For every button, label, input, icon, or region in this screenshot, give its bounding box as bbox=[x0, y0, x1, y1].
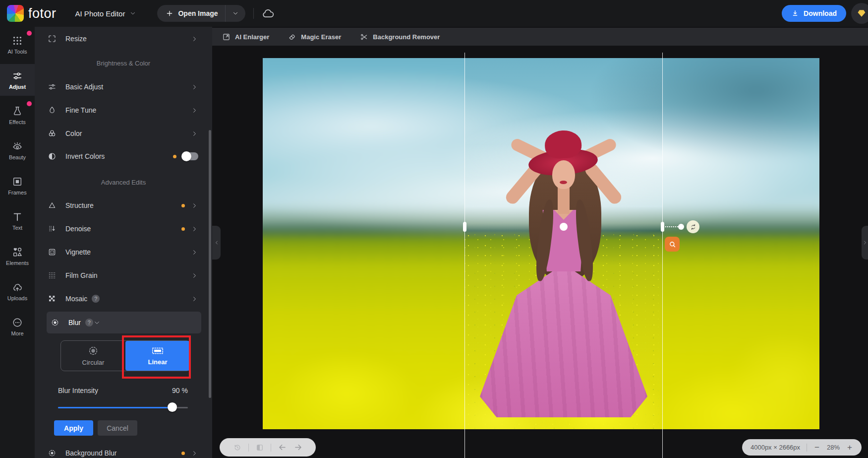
linear-blur-guide-right[interactable] bbox=[662, 53, 663, 458]
sidebar-item-uploads[interactable]: Uploads bbox=[0, 275, 35, 307]
vignette-icon bbox=[47, 248, 58, 257]
panel-item-label: Film Grain bbox=[65, 271, 98, 279]
panel-item-label: Denoise bbox=[65, 225, 91, 233]
help-icon[interactable]: ? bbox=[92, 295, 100, 303]
linear-blur-icon bbox=[151, 346, 164, 356]
open-image-label: Open Image bbox=[178, 9, 218, 17]
quick-actions-bar: AI Enlarger Magic Eraser Background Remo… bbox=[212, 28, 868, 46]
download-label: Download bbox=[804, 9, 837, 17]
blur-mode-linear[interactable]: Linear bbox=[125, 341, 190, 371]
blur-mode-circular[interactable]: Circular bbox=[61, 341, 125, 371]
panel-item-color[interactable]: Color bbox=[47, 123, 198, 144]
panel-item-background-blur[interactable]: Background Blur bbox=[47, 442, 198, 458]
open-image-button[interactable]: Open Image bbox=[157, 5, 245, 22]
download-button[interactable]: Download bbox=[782, 5, 846, 22]
sidebar-item-more[interactable]: More bbox=[0, 311, 35, 342]
background-remover-button[interactable]: Background Remover bbox=[360, 33, 440, 41]
modified-dot bbox=[181, 227, 185, 231]
history-toolbar bbox=[220, 438, 316, 457]
sidebar-item-effects[interactable]: Effects bbox=[0, 99, 35, 131]
chevron-right-icon bbox=[191, 107, 198, 114]
panel-item-label: Resize bbox=[65, 35, 87, 43]
sidebar-item-ai-tools[interactable]: AI Tools bbox=[0, 29, 35, 61]
panel-item-fine-tune[interactable]: Fine Tune bbox=[47, 99, 198, 121]
denoise-icon bbox=[47, 224, 58, 233]
app-selector-label: AI Photo Editor bbox=[75, 9, 125, 18]
elements-shapes-icon bbox=[12, 247, 23, 258]
open-image-more-button[interactable] bbox=[226, 10, 245, 17]
ai-enlarger-icon bbox=[222, 33, 231, 41]
fine-tune-droplet-icon bbox=[47, 106, 58, 115]
sidebar-item-elements[interactable]: Elements bbox=[0, 240, 35, 272]
panel-item-blur-expanded[interactable]: Blur ? bbox=[47, 312, 201, 333]
app-selector-dropdown[interactable]: AI Photo Editor bbox=[75, 9, 137, 18]
chevron-right-icon bbox=[191, 83, 198, 91]
right-guide-handle[interactable] bbox=[661, 222, 664, 232]
panel-item-basic-adjust[interactable]: Basic Adjust bbox=[47, 76, 198, 98]
more-ellipsis-icon bbox=[12, 317, 23, 328]
blur-center-handle[interactable] bbox=[560, 223, 568, 231]
sidebar-item-beauty[interactable]: Beauty bbox=[0, 134, 35, 166]
effects-flask-icon bbox=[12, 106, 23, 117]
undo-button[interactable] bbox=[278, 443, 287, 452]
sidebar-item-label: Effects bbox=[9, 119, 25, 125]
blur-mode-label: Circular bbox=[82, 359, 105, 366]
magic-eraser-button[interactable]: Magic Eraser bbox=[288, 33, 341, 41]
panel-item-invert-colors[interactable]: Invert Colors bbox=[47, 145, 198, 167]
fotor-logo-icon[interactable] bbox=[7, 5, 24, 22]
photo-canvas[interactable] bbox=[263, 58, 819, 429]
cloud-save-button[interactable] bbox=[262, 7, 275, 20]
sidebar-item-adjust[interactable]: Adjust bbox=[0, 64, 35, 96]
sidebar-item-text[interactable]: Text bbox=[0, 205, 35, 237]
chevron-right-icon bbox=[191, 225, 198, 233]
slider-thumb[interactable] bbox=[168, 402, 177, 412]
panel-item-structure[interactable]: Structure bbox=[47, 195, 198, 216]
face bbox=[552, 160, 575, 189]
history-button[interactable] bbox=[233, 443, 242, 452]
panel-item-label: Color bbox=[65, 130, 82, 137]
topbar-right-group: Download bbox=[782, 3, 868, 24]
blur-intensity-row: Blur Intensity 90 % bbox=[58, 383, 188, 398]
panel-item-mosaic[interactable]: Mosaic ? bbox=[47, 288, 198, 310]
invert-colors-toggle[interactable] bbox=[182, 152, 198, 160]
chevron-right-icon bbox=[191, 202, 198, 209]
neck bbox=[558, 186, 570, 214]
help-icon[interactable]: ? bbox=[85, 319, 93, 327]
sidebar-item-label: AI Tools bbox=[8, 49, 27, 55]
circular-blur-icon bbox=[88, 345, 99, 356]
sidebar-item-label: Elements bbox=[6, 260, 29, 266]
panel-item-resize[interactable]: Resize bbox=[47, 28, 198, 50]
collapse-panel-tab[interactable] bbox=[212, 226, 221, 260]
film-grain-icon bbox=[47, 271, 58, 280]
dress-skirt-shading bbox=[480, 268, 647, 417]
panel-item-label: Invert Colors bbox=[65, 152, 105, 160]
panel-item-vignette[interactable]: Vignette bbox=[47, 241, 198, 263]
notification-badge bbox=[27, 101, 32, 106]
panel-item-film-grain[interactable]: Film Grain bbox=[47, 264, 198, 286]
panel-item-denoise[interactable]: Denoise bbox=[47, 218, 198, 240]
linear-blur-guide-left[interactable] bbox=[464, 53, 465, 458]
sidebar-item-frames[interactable]: Frames bbox=[0, 170, 35, 201]
compare-button[interactable] bbox=[255, 443, 264, 452]
magnifier-badge[interactable] bbox=[665, 237, 680, 252]
chevron-right-icon bbox=[191, 249, 198, 256]
upgrade-gem-button[interactable] bbox=[851, 3, 868, 24]
expand-panel-tab[interactable] bbox=[862, 226, 868, 260]
zoom-level: 28% bbox=[827, 444, 840, 451]
left-guide-handle[interactable] bbox=[463, 222, 466, 232]
apply-button[interactable]: Apply bbox=[54, 420, 93, 436]
sidebar-item-label: Frames bbox=[8, 190, 26, 196]
compare-icon bbox=[255, 443, 264, 452]
cancel-button[interactable]: Cancel bbox=[98, 420, 137, 436]
rotate-handle[interactable] bbox=[687, 220, 699, 233]
panel-scrollbar[interactable] bbox=[209, 130, 211, 398]
adjust-sliders-icon bbox=[12, 70, 23, 81]
magnifier-icon bbox=[668, 240, 677, 249]
redo-button[interactable] bbox=[293, 443, 303, 452]
action-label: Magic Eraser bbox=[301, 33, 341, 41]
chevron-up-icon bbox=[93, 319, 101, 327]
zoom-in-button[interactable]: + bbox=[846, 443, 853, 452]
chevron-right-icon bbox=[191, 35, 198, 43]
ai-enlarger-button[interactable]: AI Enlarger bbox=[222, 33, 269, 41]
zoom-out-button[interactable]: − bbox=[813, 443, 820, 452]
